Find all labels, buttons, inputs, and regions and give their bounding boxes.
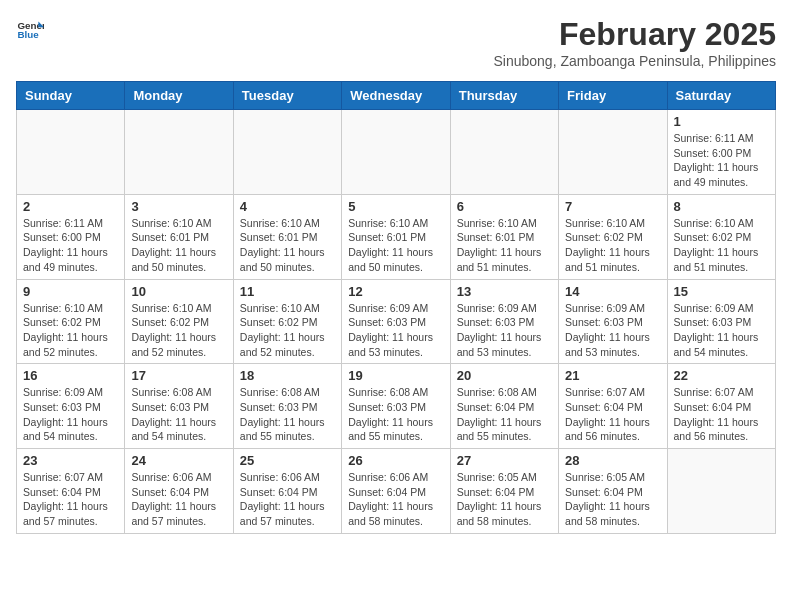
day-info: Sunrise: 6:09 AM Sunset: 6:03 PM Dayligh… <box>23 385 118 444</box>
calendar-cell <box>667 449 775 534</box>
location-subtitle: Sinubong, Zamboanga Peninsula, Philippin… <box>493 53 776 69</box>
day-info: Sunrise: 6:10 AM Sunset: 6:02 PM Dayligh… <box>674 216 769 275</box>
calendar-cell <box>559 110 667 195</box>
calendar-cell: 7Sunrise: 6:10 AM Sunset: 6:02 PM Daylig… <box>559 194 667 279</box>
day-info: Sunrise: 6:08 AM Sunset: 6:03 PM Dayligh… <box>240 385 335 444</box>
calendar-cell: 13Sunrise: 6:09 AM Sunset: 6:03 PM Dayli… <box>450 279 558 364</box>
calendar-cell: 1Sunrise: 6:11 AM Sunset: 6:00 PM Daylig… <box>667 110 775 195</box>
calendar-cell: 5Sunrise: 6:10 AM Sunset: 6:01 PM Daylig… <box>342 194 450 279</box>
calendar-week-2: 2Sunrise: 6:11 AM Sunset: 6:00 PM Daylig… <box>17 194 776 279</box>
day-number: 27 <box>457 453 552 468</box>
day-info: Sunrise: 6:10 AM Sunset: 6:02 PM Dayligh… <box>131 301 226 360</box>
calendar-cell: 15Sunrise: 6:09 AM Sunset: 6:03 PM Dayli… <box>667 279 775 364</box>
day-info: Sunrise: 6:10 AM Sunset: 6:01 PM Dayligh… <box>348 216 443 275</box>
weekday-header-wednesday: Wednesday <box>342 82 450 110</box>
calendar-cell: 12Sunrise: 6:09 AM Sunset: 6:03 PM Dayli… <box>342 279 450 364</box>
title-block: February 2025 Sinubong, Zamboanga Penins… <box>493 16 776 69</box>
calendar-cell <box>125 110 233 195</box>
calendar-cell: 19Sunrise: 6:08 AM Sunset: 6:03 PM Dayli… <box>342 364 450 449</box>
day-info: Sunrise: 6:09 AM Sunset: 6:03 PM Dayligh… <box>457 301 552 360</box>
calendar-cell: 11Sunrise: 6:10 AM Sunset: 6:02 PM Dayli… <box>233 279 341 364</box>
calendar-week-4: 16Sunrise: 6:09 AM Sunset: 6:03 PM Dayli… <box>17 364 776 449</box>
calendar-cell: 20Sunrise: 6:08 AM Sunset: 6:04 PM Dayli… <box>450 364 558 449</box>
day-number: 20 <box>457 368 552 383</box>
day-info: Sunrise: 6:10 AM Sunset: 6:01 PM Dayligh… <box>131 216 226 275</box>
weekday-header-friday: Friday <box>559 82 667 110</box>
svg-text:Blue: Blue <box>17 29 39 40</box>
weekday-header-row: SundayMondayTuesdayWednesdayThursdayFrid… <box>17 82 776 110</box>
day-info: Sunrise: 6:09 AM Sunset: 6:03 PM Dayligh… <box>348 301 443 360</box>
day-number: 7 <box>565 199 660 214</box>
calendar-table: SundayMondayTuesdayWednesdayThursdayFrid… <box>16 81 776 534</box>
day-number: 23 <box>23 453 118 468</box>
calendar-week-3: 9Sunrise: 6:10 AM Sunset: 6:02 PM Daylig… <box>17 279 776 364</box>
weekday-header-monday: Monday <box>125 82 233 110</box>
day-number: 4 <box>240 199 335 214</box>
calendar-cell <box>450 110 558 195</box>
day-number: 11 <box>240 284 335 299</box>
day-number: 13 <box>457 284 552 299</box>
day-info: Sunrise: 6:05 AM Sunset: 6:04 PM Dayligh… <box>565 470 660 529</box>
day-info: Sunrise: 6:06 AM Sunset: 6:04 PM Dayligh… <box>131 470 226 529</box>
day-number: 16 <box>23 368 118 383</box>
logo-icon: General Blue <box>16 16 44 44</box>
calendar-cell: 14Sunrise: 6:09 AM Sunset: 6:03 PM Dayli… <box>559 279 667 364</box>
day-number: 1 <box>674 114 769 129</box>
calendar-cell: 2Sunrise: 6:11 AM Sunset: 6:00 PM Daylig… <box>17 194 125 279</box>
day-number: 19 <box>348 368 443 383</box>
calendar-week-1: 1Sunrise: 6:11 AM Sunset: 6:00 PM Daylig… <box>17 110 776 195</box>
day-info: Sunrise: 6:11 AM Sunset: 6:00 PM Dayligh… <box>23 216 118 275</box>
calendar-week-5: 23Sunrise: 6:07 AM Sunset: 6:04 PM Dayli… <box>17 449 776 534</box>
calendar-cell: 16Sunrise: 6:09 AM Sunset: 6:03 PM Dayli… <box>17 364 125 449</box>
day-number: 12 <box>348 284 443 299</box>
calendar-cell: 9Sunrise: 6:10 AM Sunset: 6:02 PM Daylig… <box>17 279 125 364</box>
logo: General Blue <box>16 16 44 44</box>
month-title: February 2025 <box>493 16 776 53</box>
day-info: Sunrise: 6:10 AM Sunset: 6:01 PM Dayligh… <box>240 216 335 275</box>
day-info: Sunrise: 6:08 AM Sunset: 6:04 PM Dayligh… <box>457 385 552 444</box>
calendar-cell: 24Sunrise: 6:06 AM Sunset: 6:04 PM Dayli… <box>125 449 233 534</box>
calendar-cell: 3Sunrise: 6:10 AM Sunset: 6:01 PM Daylig… <box>125 194 233 279</box>
calendar-cell: 25Sunrise: 6:06 AM Sunset: 6:04 PM Dayli… <box>233 449 341 534</box>
weekday-header-sunday: Sunday <box>17 82 125 110</box>
calendar-cell: 17Sunrise: 6:08 AM Sunset: 6:03 PM Dayli… <box>125 364 233 449</box>
day-number: 5 <box>348 199 443 214</box>
day-info: Sunrise: 6:10 AM Sunset: 6:02 PM Dayligh… <box>240 301 335 360</box>
day-info: Sunrise: 6:08 AM Sunset: 6:03 PM Dayligh… <box>348 385 443 444</box>
day-info: Sunrise: 6:07 AM Sunset: 6:04 PM Dayligh… <box>565 385 660 444</box>
calendar-cell: 10Sunrise: 6:10 AM Sunset: 6:02 PM Dayli… <box>125 279 233 364</box>
weekday-header-thursday: Thursday <box>450 82 558 110</box>
day-info: Sunrise: 6:10 AM Sunset: 6:02 PM Dayligh… <box>23 301 118 360</box>
weekday-header-tuesday: Tuesday <box>233 82 341 110</box>
day-info: Sunrise: 6:09 AM Sunset: 6:03 PM Dayligh… <box>565 301 660 360</box>
calendar-cell: 23Sunrise: 6:07 AM Sunset: 6:04 PM Dayli… <box>17 449 125 534</box>
day-number: 8 <box>674 199 769 214</box>
day-number: 6 <box>457 199 552 214</box>
page-header: General Blue February 2025 Sinubong, Zam… <box>16 16 776 69</box>
day-number: 14 <box>565 284 660 299</box>
weekday-header-saturday: Saturday <box>667 82 775 110</box>
day-info: Sunrise: 6:06 AM Sunset: 6:04 PM Dayligh… <box>348 470 443 529</box>
day-number: 15 <box>674 284 769 299</box>
calendar-cell: 21Sunrise: 6:07 AM Sunset: 6:04 PM Dayli… <box>559 364 667 449</box>
day-info: Sunrise: 6:06 AM Sunset: 6:04 PM Dayligh… <box>240 470 335 529</box>
calendar-cell: 26Sunrise: 6:06 AM Sunset: 6:04 PM Dayli… <box>342 449 450 534</box>
day-info: Sunrise: 6:07 AM Sunset: 6:04 PM Dayligh… <box>23 470 118 529</box>
day-info: Sunrise: 6:10 AM Sunset: 6:02 PM Dayligh… <box>565 216 660 275</box>
calendar-cell: 22Sunrise: 6:07 AM Sunset: 6:04 PM Dayli… <box>667 364 775 449</box>
calendar-cell <box>342 110 450 195</box>
day-number: 25 <box>240 453 335 468</box>
day-info: Sunrise: 6:08 AM Sunset: 6:03 PM Dayligh… <box>131 385 226 444</box>
day-info: Sunrise: 6:11 AM Sunset: 6:00 PM Dayligh… <box>674 131 769 190</box>
calendar-cell: 27Sunrise: 6:05 AM Sunset: 6:04 PM Dayli… <box>450 449 558 534</box>
calendar-cell: 8Sunrise: 6:10 AM Sunset: 6:02 PM Daylig… <box>667 194 775 279</box>
day-number: 9 <box>23 284 118 299</box>
day-number: 17 <box>131 368 226 383</box>
day-number: 24 <box>131 453 226 468</box>
day-info: Sunrise: 6:07 AM Sunset: 6:04 PM Dayligh… <box>674 385 769 444</box>
calendar-cell <box>17 110 125 195</box>
day-number: 26 <box>348 453 443 468</box>
day-number: 2 <box>23 199 118 214</box>
day-info: Sunrise: 6:10 AM Sunset: 6:01 PM Dayligh… <box>457 216 552 275</box>
calendar-cell: 18Sunrise: 6:08 AM Sunset: 6:03 PM Dayli… <box>233 364 341 449</box>
